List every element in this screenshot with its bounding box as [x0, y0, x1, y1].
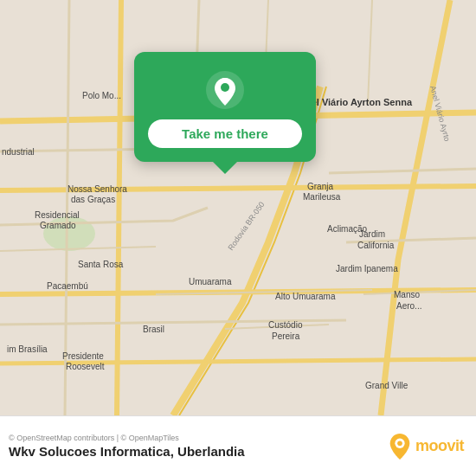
moovit-brand-text: moovit: [415, 437, 464, 455]
map-container: Rodovia BR-050 Anel Viário Ayrto Polo Mo…: [0, 0, 476, 415]
location-title: Wkv Solucoes Informatica, Uberlandia: [9, 444, 245, 459]
location-pin-icon: [204, 69, 246, 111]
moovit-pin-icon: [388, 433, 412, 460]
bottom-bar: © OpenStreetMap contributors | © OpenMap…: [0, 415, 476, 476]
location-info: © OpenStreetMap contributors | © OpenMap…: [9, 434, 245, 459]
moovit-logo: moovit: [388, 433, 464, 460]
popup-card: Take me there: [134, 52, 316, 162]
attribution-text: © OpenStreetMap contributors | © OpenMap…: [9, 434, 245, 442]
svg-point-10: [397, 441, 402, 446]
take-me-there-button[interactable]: Take me there: [148, 119, 302, 148]
svg-point-8: [221, 83, 229, 92]
